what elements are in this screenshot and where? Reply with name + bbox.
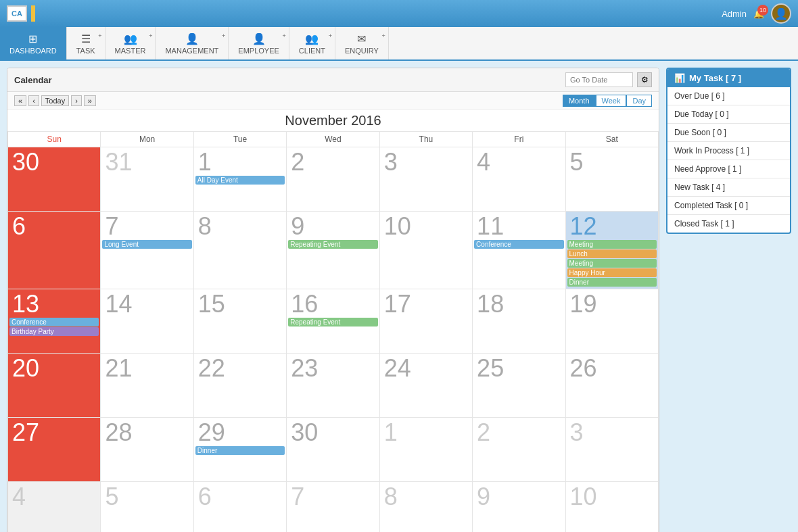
day-number: 1 — [381, 419, 471, 446]
calendar-cell[interactable]: 18 — [473, 289, 565, 354]
calendar-cell[interactable]: 29Dinner — [193, 418, 286, 482]
calendar-event[interactable]: Meeting — [567, 259, 657, 268]
next-button[interactable]: › — [71, 95, 82, 106]
calendar-cell[interactable]: 9Repeating Event — [287, 212, 379, 289]
calendar-cell[interactable]: 25 — [473, 354, 565, 418]
prev-prev-button[interactable]: « — [14, 95, 26, 106]
day-number: 28 — [102, 419, 191, 446]
calendar-event[interactable]: Happy Hour — [567, 268, 657, 277]
view-month-button[interactable]: Month — [563, 95, 596, 107]
calendar-event[interactable]: Conference — [9, 318, 99, 327]
calendar-event[interactable]: Conference — [474, 240, 563, 249]
task-item-workinprocess[interactable]: Work In Process [ 1 ] — [667, 142, 790, 160]
master-icon: 👥 — [124, 32, 137, 45]
calendar-cell[interactable]: 21 — [101, 354, 193, 418]
day-number: 8 — [195, 213, 285, 240]
day-header-fri: Fri — [473, 132, 565, 147]
day-number: 11 — [474, 213, 563, 240]
menu-item-client[interactable]: 👥 CLIENT + — [289, 27, 335, 59]
calendar-event[interactable]: Repeating Event — [288, 240, 377, 249]
calendar-cell[interactable]: 3 — [565, 418, 658, 482]
prev-button[interactable]: ‹ — [28, 95, 39, 106]
day-number: 4 — [9, 483, 99, 510]
calendar-cell[interactable]: 11Conference — [473, 212, 565, 289]
calendar-cell[interactable]: 2 — [287, 147, 379, 212]
calendar-cell[interactable]: 13ConferenceBirthday Party — [8, 289, 101, 354]
view-day-button[interactable]: Day — [626, 95, 652, 107]
calendar-cell[interactable]: 1All Day Event — [193, 147, 286, 212]
calendar-event[interactable]: Dinner — [195, 446, 285, 455]
calendar-cell[interactable]: 7 — [287, 482, 379, 533]
calendar-cell[interactable]: 7Long Event — [101, 212, 193, 289]
task-item-completedtask[interactable]: Completed Task [ 0 ] — [667, 197, 790, 215]
day-number: 4 — [474, 149, 563, 176]
calendar-cell[interactable]: 10 — [565, 482, 658, 533]
notification-bell[interactable]: 🔔 10 — [753, 9, 764, 19]
day-number: 15 — [195, 291, 285, 318]
task-item-needapprove[interactable]: Need Approve [ 1 ] — [667, 160, 790, 178]
calendar-cell[interactable]: 5 — [101, 482, 193, 533]
task-item-duetoday[interactable]: Due Today [ 0 ] — [667, 105, 790, 124]
day-number: 6 — [195, 483, 285, 510]
calendar-cell[interactable]: 4 — [8, 482, 101, 533]
calendar-cell[interactable]: 6 — [193, 482, 286, 533]
calendar-cell[interactable]: 26 — [565, 354, 658, 418]
task-item-newtask[interactable]: New Task [ 4 ] — [667, 178, 790, 197]
notif-count: 10 — [759, 7, 766, 14]
calendar-event[interactable]: Dinner — [567, 278, 657, 287]
next-next-button[interactable]: » — [84, 95, 96, 106]
menu-item-master[interactable]: 👥 MASTER + — [105, 27, 156, 59]
calendar-cell[interactable]: 1 — [379, 418, 472, 482]
calendar-cell[interactable]: 17 — [379, 289, 472, 354]
calendar-cell[interactable]: 8 — [379, 482, 472, 533]
calendar-cell[interactable]: 2 — [473, 418, 565, 482]
task-item-duesoon[interactable]: Due Soon [ 0 ] — [667, 124, 790, 142]
calendar-event[interactable]: Birthday Party — [9, 327, 99, 336]
calendar-cell[interactable]: 9 — [473, 482, 565, 533]
calendar-event[interactable]: All Day Event — [195, 176, 285, 185]
menu-item-dashboard[interactable]: ⊞ DASHBOARD — [0, 27, 67, 59]
calendar-cell[interactable]: 10 — [379, 212, 472, 289]
calendar-settings-icon[interactable]: ⚙ — [637, 72, 652, 87]
calendar-cell[interactable]: 3 — [379, 147, 472, 212]
calendar-event[interactable]: Repeating Event — [288, 318, 377, 327]
calendar-header: Calendar ⚙ — [7, 68, 659, 92]
menu-item-task[interactable]: ☰ TASK + — [67, 27, 105, 59]
calendar-cell[interactable]: 28 — [101, 418, 193, 482]
calendar-cell[interactable]: 27 — [8, 418, 101, 482]
calendar-event[interactable]: Meeting — [567, 240, 657, 249]
calendar-event[interactable]: Lunch — [567, 249, 657, 258]
calendar-cell[interactable]: 23 — [287, 354, 379, 418]
avatar[interactable]: 👤 — [771, 3, 791, 24]
calendar-cell[interactable]: 22 — [193, 354, 286, 418]
notification-badge: 10 — [757, 5, 768, 16]
calendar-cell[interactable]: 15 — [193, 289, 286, 354]
task-item-overdue[interactable]: Over Due [ 6 ] — [667, 87, 790, 105]
task-item-closedtask[interactable]: Closed Task [ 1 ] — [667, 215, 790, 233]
calendar-event[interactable]: Long Event — [102, 240, 191, 249]
calendar-cell[interactable]: 12MeetingLunchMeetingHappy HourDinner — [565, 212, 658, 289]
today-button[interactable]: Today — [41, 95, 69, 106]
calendar-cell[interactable]: 8 — [193, 212, 286, 289]
view-buttons: Month Week Day — [563, 95, 652, 107]
goto-date-input[interactable] — [565, 72, 633, 87]
calendar-cell[interactable]: 24 — [379, 354, 472, 418]
day-number: 5 — [102, 483, 191, 510]
menu-item-employee[interactable]: 👤 EMPLOYEE + — [229, 27, 289, 59]
calendar-cell[interactable]: 5 — [565, 147, 658, 212]
calendar-cell[interactable]: 19 — [565, 289, 658, 354]
client-plus: + — [329, 32, 332, 39]
day-number: 20 — [9, 355, 99, 382]
calendar-cell[interactable]: 16Repeating Event — [287, 289, 379, 354]
calendar-cell[interactable]: 20 — [8, 354, 101, 418]
menu-item-enquiry[interactable]: ✉ ENQUIRY + — [335, 27, 389, 59]
menu-item-management[interactable]: 👤 MANAGEMENT + — [156, 27, 229, 59]
calendar-cell[interactable]: 4 — [473, 147, 565, 212]
view-week-button[interactable]: Week — [596, 95, 627, 107]
calendar-cell[interactable]: 30 — [287, 418, 379, 482]
calendar-cell[interactable]: 14 — [101, 289, 193, 354]
calendar-cell[interactable]: 31 — [101, 147, 193, 212]
calendar-cell[interactable]: 6 — [8, 212, 101, 289]
menu-label-enquiry: ENQUIRY — [345, 47, 379, 55]
calendar-cell[interactable]: 30 — [8, 147, 101, 212]
